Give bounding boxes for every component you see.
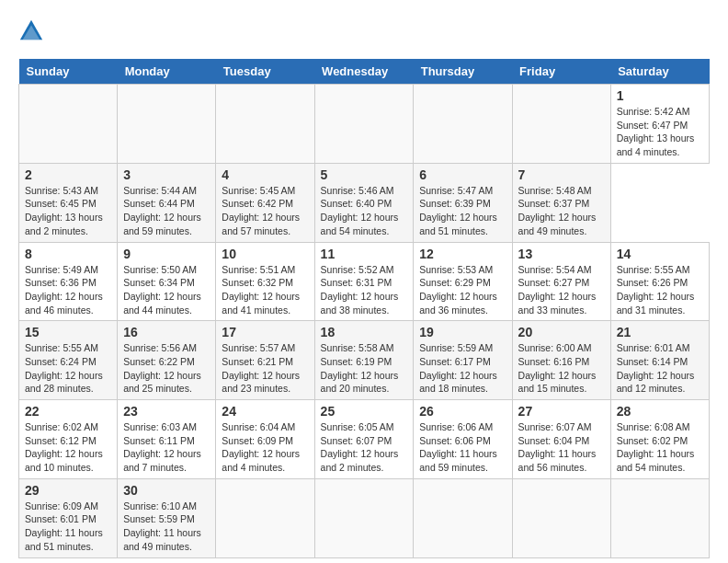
day-header-tuesday: Tuesday — [216, 59, 314, 85]
empty-cell — [216, 478, 314, 557]
calendar-day-3: 3Sunrise: 5:44 AMSunset: 6:44 PMDaylight… — [118, 163, 216, 242]
calendar-day-9: 9Sunrise: 5:50 AMSunset: 6:34 PMDaylight… — [118, 242, 216, 321]
calendar-week-6: 29Sunrise: 6:09 AMSunset: 6:01 PMDayligh… — [19, 478, 710, 557]
calendar-day-8: 8Sunrise: 5:49 AMSunset: 6:36 PMDaylight… — [19, 242, 118, 321]
calendar-day-14: 14Sunrise: 5:55 AMSunset: 6:26 PMDayligh… — [610, 242, 709, 321]
calendar-day-28: 28Sunrise: 6:08 AMSunset: 6:02 PMDayligh… — [610, 400, 709, 479]
calendar-day-20: 20Sunrise: 6:00 AMSunset: 6:16 PMDayligh… — [512, 321, 610, 400]
empty-cell — [512, 478, 610, 557]
calendar-day-1: 1Sunrise: 5:42 AMSunset: 6:47 PMDaylight… — [610, 85, 709, 164]
empty-cell — [314, 85, 414, 164]
calendar-week-1: 1Sunrise: 5:42 AMSunset: 6:47 PMDaylight… — [19, 85, 710, 164]
day-header-sunday: Sunday — [19, 59, 118, 85]
calendar-day-7: 7Sunrise: 5:48 AMSunset: 6:37 PMDaylight… — [512, 163, 610, 242]
calendar-day-23: 23Sunrise: 6:03 AMSunset: 6:11 PMDayligh… — [118, 400, 216, 479]
empty-cell — [610, 478, 709, 557]
calendar-day-11: 11Sunrise: 5:52 AMSunset: 6:31 PMDayligh… — [314, 242, 414, 321]
calendar-day-6: 6Sunrise: 5:47 AMSunset: 6:39 PMDaylight… — [414, 163, 512, 242]
empty-cell — [216, 85, 314, 164]
calendar-day-17: 17Sunrise: 5:57 AMSunset: 6:21 PMDayligh… — [216, 321, 314, 400]
calendar-week-4: 15Sunrise: 5:55 AMSunset: 6:24 PMDayligh… — [19, 321, 710, 400]
logo-icon — [18, 18, 44, 44]
calendar-day-16: 16Sunrise: 5:56 AMSunset: 6:22 PMDayligh… — [118, 321, 216, 400]
day-header-monday: Monday — [118, 59, 216, 85]
calendar-day-4: 4Sunrise: 5:45 AMSunset: 6:42 PMDaylight… — [216, 163, 314, 242]
empty-cell — [512, 85, 610, 164]
calendar-day-26: 26Sunrise: 6:06 AMSunset: 6:06 PMDayligh… — [414, 400, 512, 479]
calendar-day-5: 5Sunrise: 5:46 AMSunset: 6:40 PMDaylight… — [314, 163, 414, 242]
calendar-day-25: 25Sunrise: 6:05 AMSunset: 6:07 PMDayligh… — [314, 400, 414, 479]
empty-cell — [414, 85, 512, 164]
calendar-day-22: 22Sunrise: 6:02 AMSunset: 6:12 PMDayligh… — [19, 400, 118, 479]
calendar-week-3: 8Sunrise: 5:49 AMSunset: 6:36 PMDaylight… — [19, 242, 710, 321]
calendar-table: SundayMondayTuesdayWednesdayThursdayFrid… — [18, 59, 710, 558]
calendar-day-30: 30Sunrise: 6:10 AMSunset: 5:59 PMDayligh… — [118, 478, 216, 557]
calendar-day-24: 24Sunrise: 6:04 AMSunset: 6:09 PMDayligh… — [216, 400, 314, 479]
calendar-day-13: 13Sunrise: 5:54 AMSunset: 6:27 PMDayligh… — [512, 242, 610, 321]
page-header — [18, 18, 710, 44]
calendar-week-5: 22Sunrise: 6:02 AMSunset: 6:12 PMDayligh… — [19, 400, 710, 479]
calendar-day-29: 29Sunrise: 6:09 AMSunset: 6:01 PMDayligh… — [19, 478, 118, 557]
calendar-day-18: 18Sunrise: 5:58 AMSunset: 6:19 PMDayligh… — [314, 321, 414, 400]
day-header-thursday: Thursday — [414, 59, 512, 85]
day-header-friday: Friday — [512, 59, 610, 85]
day-header-wednesday: Wednesday — [314, 59, 414, 85]
calendar-day-19: 19Sunrise: 5:59 AMSunset: 6:17 PMDayligh… — [414, 321, 512, 400]
calendar-day-27: 27Sunrise: 6:07 AMSunset: 6:04 PMDayligh… — [512, 400, 610, 479]
calendar-day-10: 10Sunrise: 5:51 AMSunset: 6:32 PMDayligh… — [216, 242, 314, 321]
day-header-saturday: Saturday — [610, 59, 709, 85]
calendar-day-15: 15Sunrise: 5:55 AMSunset: 6:24 PMDayligh… — [19, 321, 118, 400]
calendar-day-21: 21Sunrise: 6:01 AMSunset: 6:14 PMDayligh… — [610, 321, 709, 400]
calendar-day-12: 12Sunrise: 5:53 AMSunset: 6:29 PMDayligh… — [414, 242, 512, 321]
calendar-week-2: 2Sunrise: 5:43 AMSunset: 6:45 PMDaylight… — [19, 163, 710, 242]
empty-cell — [314, 478, 414, 557]
calendar-header-row: SundayMondayTuesdayWednesdayThursdayFrid… — [19, 59, 710, 85]
empty-cell — [19, 85, 118, 164]
calendar-day-2: 2Sunrise: 5:43 AMSunset: 6:45 PMDaylight… — [19, 163, 118, 242]
empty-cell — [414, 478, 512, 557]
empty-cell — [118, 85, 216, 164]
logo — [18, 18, 48, 44]
